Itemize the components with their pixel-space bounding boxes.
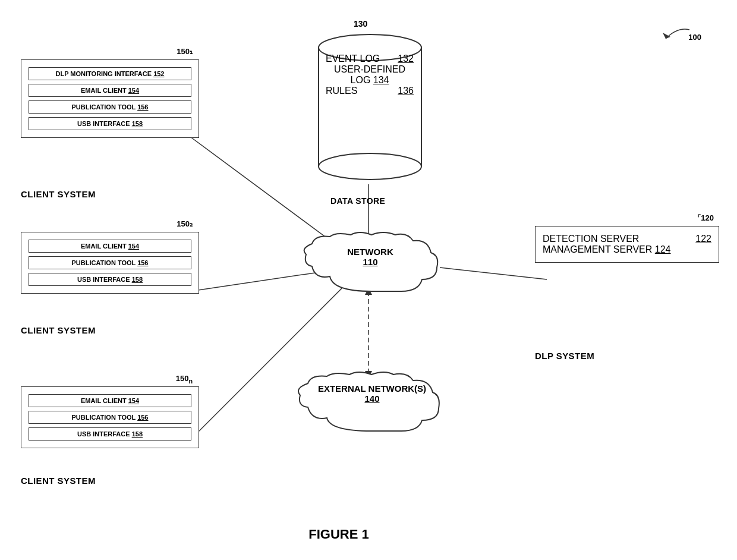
client3-publication-tool: PUBLICATION TOOL 156	[29, 411, 191, 424]
detection-server-row: DETECTION SERVER 122	[543, 234, 711, 244]
diagram-container: 100 150₁ DLP MONITORING INTERFACE 152 EM…	[0, 0, 737, 560]
external-network-cloud	[291, 372, 452, 437]
client3-email-client: EMAIL CLIENT 154	[29, 394, 191, 407]
client1-email-client: EMAIL CLIENT 154	[29, 84, 191, 97]
client1-usb-interface: USB INTERFACE 158	[29, 117, 191, 130]
rules-row: RULES 136	[326, 86, 414, 96]
client2-email-client: EMAIL CLIENT 154	[29, 240, 191, 253]
figure-label: FIGURE 1	[250, 527, 428, 542]
client2-publication-tool: PUBLICATION TOOL 156	[29, 256, 191, 269]
dlp-ref: ⌜120	[697, 213, 714, 222]
client3-usb-interface: USB INTERFACE 158	[29, 427, 191, 441]
client2-system-label: CLIENT SYSTEM	[21, 325, 96, 335]
client1-system-label: CLIENT SYSTEM	[21, 189, 96, 199]
management-server-row: MANAGEMENT SERVER 124	[543, 244, 711, 255]
dlp-system-box: ⌜120 DETECTION SERVER 122 MANAGEMENT SER…	[535, 226, 719, 263]
datastore-ref: 130	[354, 19, 367, 29]
client2-usb-interface: USB INTERFACE 158	[29, 273, 191, 286]
client-box-2: 150₂ EMAIL CLIENT 154 PUBLICATION TOOL 1…	[21, 232, 199, 294]
client3-ref: 150n	[176, 374, 193, 385]
external-network-label: EXTERNAL NETWORK(S) 140	[301, 383, 443, 404]
datastore-label: DATA STORE	[330, 196, 385, 206]
ref-100-arrow	[660, 24, 695, 48]
client-box-3: 150n EMAIL CLIENT 154 PUBLICATION TOOL 1…	[21, 386, 199, 448]
client1-ref: 150₁	[177, 47, 193, 56]
client1-dlp-monitoring: DLP MONITORING INTERFACE 152	[29, 67, 191, 80]
client3-system-label: CLIENT SYSTEM	[21, 476, 96, 486]
network-label: NETWORK 110	[308, 247, 433, 267]
datastore-rows: EVENT LOG 132 USER-DEFINEDLOG 134 RULES …	[326, 54, 414, 96]
svg-line-4	[440, 268, 547, 279]
client2-ref: 150₂	[177, 219, 193, 228]
svg-point-11	[319, 153, 421, 180]
user-defined-log-row: USER-DEFINEDLOG 134	[326, 64, 414, 86]
client-box-1: 150₁ DLP MONITORING INTERFACE 152 EMAIL …	[21, 59, 199, 138]
event-log-row: EVENT LOG 132	[326, 54, 414, 64]
client1-publication-tool: PUBLICATION TOOL 156	[29, 100, 191, 114]
dlp-system-label: DLP SYSTEM	[535, 351, 594, 361]
